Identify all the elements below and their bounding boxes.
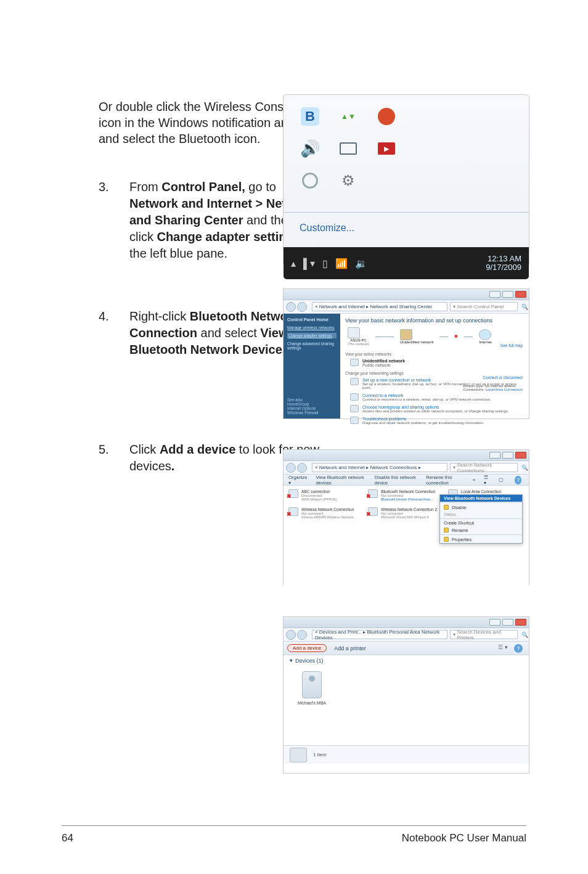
step-3-number: 3. bbox=[99, 179, 129, 194]
sidebar-title: Control Panel Home bbox=[287, 317, 337, 322]
toolbar-rename[interactable]: Rename this connection bbox=[426, 475, 464, 486]
close-button[interactable] bbox=[515, 619, 526, 626]
organize-menu[interactable]: Organize ▾ bbox=[288, 475, 307, 486]
address-bar[interactable]: « Network and Internet ▸ Network Connect… bbox=[312, 463, 447, 472]
forward-button[interactable] bbox=[297, 302, 307, 312]
add-printer-button[interactable]: Add a printer bbox=[334, 645, 366, 651]
search-icon[interactable]: 🔍 bbox=[520, 632, 529, 638]
speaker-tray-icon[interactable]: 🔉 bbox=[355, 258, 367, 269]
maximize-button[interactable] bbox=[502, 619, 513, 626]
step-5-number: 5. bbox=[99, 441, 129, 457]
troubleshoot-link[interactable]: Troubleshoot problems bbox=[362, 417, 484, 421]
help-icon[interactable]: ? bbox=[515, 476, 521, 484]
homegroup-link[interactable]: Choose homegroup and sharing options bbox=[362, 405, 508, 409]
network-tray-icon[interactable]: 📶 bbox=[335, 258, 348, 269]
menu-properties[interactable]: Properties bbox=[440, 536, 522, 543]
back-button[interactable] bbox=[286, 630, 296, 640]
close-button[interactable] bbox=[515, 291, 526, 298]
devices-section-header[interactable]: ▸Devices (1) bbox=[284, 655, 529, 665]
address-bar[interactable]: « Devices and Print... ▸ Bluetooth Perso… bbox=[312, 630, 447, 639]
search-input[interactable]: ▾ Search Network Connections bbox=[450, 463, 518, 472]
section-heading: View your basic network information and … bbox=[345, 317, 524, 324]
back-button[interactable] bbox=[286, 302, 296, 312]
sidebar-link-sharing[interactable]: Change advanced sharing settings bbox=[287, 341, 337, 350]
page-number: 64 bbox=[62, 832, 73, 844]
change-settings-label: Change your networking settings bbox=[345, 371, 524, 375]
flag-icon[interactable]: ▌▾ bbox=[303, 258, 315, 269]
device-item[interactable]: Michael's MBA bbox=[293, 671, 330, 705]
troubleshoot-icon bbox=[350, 417, 359, 424]
gear-icon[interactable]: ⚙ bbox=[338, 170, 359, 191]
wireless-console-icon[interactable]: ▲▼ bbox=[338, 106, 359, 127]
toolbar-disable[interactable]: Disable this network device bbox=[375, 475, 418, 486]
menu-status[interactable]: Status bbox=[440, 511, 522, 518]
customize-link[interactable]: Customize... bbox=[284, 219, 529, 247]
figure-network-connections: « Network and Internet ▸ Network Connect… bbox=[283, 449, 529, 585]
connect-network-link[interactable]: Connect to a network bbox=[362, 393, 491, 398]
intro-text: Or double click the Wireless Console ico… bbox=[99, 99, 302, 147]
menu-disable[interactable]: Disable bbox=[440, 504, 522, 511]
preview-pane-icon[interactable]: ▢ bbox=[499, 477, 504, 483]
status-bar-text: 1 item bbox=[313, 752, 327, 758]
local-area-connection-link[interactable]: Local Area Connection bbox=[486, 388, 523, 391]
minimize-button[interactable] bbox=[489, 452, 500, 459]
search-input[interactable]: ▾ Search Devices and Printers bbox=[450, 630, 518, 639]
monitor-icon[interactable] bbox=[338, 138, 359, 159]
menu-create-shortcut[interactable]: Create Shortcut bbox=[440, 520, 522, 526]
app-icon[interactable] bbox=[376, 106, 397, 127]
show-hidden-icon[interactable]: ▴ bbox=[291, 258, 296, 269]
sidebar-link-adapter[interactable]: Change adapter settings bbox=[287, 333, 337, 338]
connect-disconnect-link[interactable]: Connect or disconnect bbox=[483, 375, 523, 380]
forward-button[interactable] bbox=[297, 463, 307, 473]
device-icon bbox=[302, 671, 322, 698]
clock[interactable]: 12:13 AM 9/17/2009 bbox=[486, 255, 521, 272]
sidebar-link-wireless[interactable]: Manage wireless networks bbox=[287, 325, 337, 330]
footer-rule bbox=[62, 825, 526, 826]
maximize-button[interactable] bbox=[502, 291, 513, 298]
context-menu: View Bluetooth Network Devices Disable S… bbox=[439, 494, 523, 544]
view-mode-icon[interactable]: ☰ ▾ bbox=[498, 644, 508, 653]
sidebar-link-internet-options[interactable]: Internet Options bbox=[287, 406, 319, 410]
maximize-button[interactable] bbox=[502, 452, 513, 459]
sidebar-link-firewall[interactable]: Windows Firewall bbox=[287, 410, 319, 415]
address-bar[interactable]: « Network and Internet ▸ Network and Sha… bbox=[312, 302, 447, 311]
search-icon[interactable]: 🔍 bbox=[520, 465, 529, 471]
step-4-number: 4. bbox=[99, 308, 129, 324]
toolbar-more[interactable]: » bbox=[473, 477, 475, 483]
volume-icon[interactable]: 🔊 bbox=[300, 138, 321, 159]
figure-network-sharing-center: « Network and Internet ▸ Network and Sha… bbox=[283, 288, 529, 419]
main-content: View your basic network information and … bbox=[340, 314, 529, 419]
connection-item[interactable]: ✖ Wireless Network ConnectionNot connect… bbox=[288, 507, 364, 519]
figure-notification-tray: B ▲▼ 🔊 ▶ ⚙ Customize... ▴ ▌▾ ▯ 📶 🔉 bbox=[283, 94, 529, 267]
search-input[interactable]: ▾ Search Control Panel bbox=[450, 302, 518, 311]
divider bbox=[284, 212, 529, 213]
media-icon[interactable]: ▶ bbox=[376, 138, 397, 159]
minimize-button[interactable] bbox=[489, 291, 500, 298]
toolbar-view-bt-devices[interactable]: View Bluetooth network devices bbox=[316, 475, 365, 486]
menu-rename[interactable]: Rename bbox=[440, 526, 522, 534]
connection-item[interactable]: ✖ ABC connectionDisconnectedWAN Miniport… bbox=[288, 489, 364, 501]
bluetooth-icon[interactable]: B bbox=[300, 106, 321, 127]
disc-icon[interactable] bbox=[300, 170, 321, 191]
connection-item[interactable]: ✖ Bluetooth Network ConnectionNot connec… bbox=[368, 489, 444, 501]
see-full-map-link[interactable]: See full map bbox=[500, 343, 523, 348]
figure-bluetooth-devices: « Devices and Print... ▸ Bluetooth Perso… bbox=[283, 616, 529, 774]
menu-view-bt-devices[interactable]: View Bluetooth Network Devices bbox=[440, 495, 522, 502]
power-icon[interactable]: ▯ bbox=[322, 258, 328, 269]
connect-icon bbox=[350, 393, 359, 401]
see-also-label: See also bbox=[287, 398, 319, 402]
close-button[interactable] bbox=[515, 452, 526, 459]
active-networks-label: View your active networks bbox=[345, 352, 524, 356]
connection-item[interactable]: ✖ Wireless Network Connection 2Not conne… bbox=[368, 507, 444, 519]
status-bar-icon bbox=[290, 748, 307, 762]
help-icon[interactable]: ? bbox=[514, 644, 523, 653]
forward-button[interactable] bbox=[297, 630, 307, 640]
sidebar-link-homegroup[interactable]: HomeGroup bbox=[287, 402, 319, 406]
taskbar: ▴ ▌▾ ▯ 📶 🔉 12:13 AM 9/17/2009 bbox=[284, 247, 529, 279]
minimize-button[interactable] bbox=[489, 619, 500, 626]
add-device-button[interactable]: Add a device bbox=[287, 644, 327, 652]
view-mode-icon[interactable]: ☰ ▾ bbox=[484, 475, 490, 486]
search-icon[interactable]: 🔍 bbox=[520, 304, 529, 310]
back-button[interactable] bbox=[286, 463, 296, 473]
setup-icon bbox=[350, 378, 359, 385]
